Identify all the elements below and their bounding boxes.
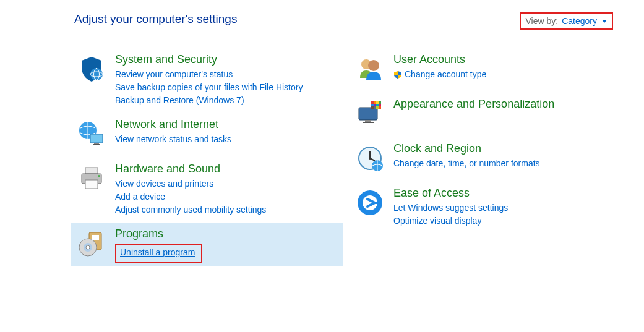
chevron-down-icon [602, 20, 607, 23]
monitor-colors-icon[interactable] [353, 96, 387, 131]
category-user-accounts: User Accounts Change account type [350, 48, 622, 90]
svg-rect-24 [371, 104, 374, 106]
category-network: Network and Internet View network status… [71, 113, 343, 155]
ease-of-access-icon[interactable] [353, 185, 387, 220]
printer-icon[interactable] [74, 161, 109, 196]
network-internet-title[interactable]: Network and Internet [115, 118, 231, 131]
svg-rect-4 [94, 143, 99, 144]
link-suggest-settings[interactable]: Let Windows suggest settings [393, 202, 508, 215]
shield-icon[interactable] [74, 52, 109, 87]
svg-rect-29 [374, 106, 376, 109]
link-mobility[interactable]: Adjust commonly used mobility settings [115, 203, 266, 216]
link-optimize-display[interactable]: Optimize visual display [393, 215, 508, 228]
category-ease-of-access: Ease of Access Let Windows suggest setti… [350, 182, 622, 231]
clock-region-title[interactable]: Clock and Region [393, 142, 540, 155]
category-programs: Programs Uninstall a program [71, 223, 343, 266]
svg-rect-8 [85, 180, 98, 189]
link-network-status[interactable]: View network status and tasks [115, 133, 231, 146]
link-review-status[interactable]: Review your computer's status [115, 68, 303, 81]
svg-point-0 [90, 68, 103, 80]
view-by-dropdown[interactable]: View by: Category [520, 12, 613, 30]
svg-rect-20 [371, 101, 374, 104]
svg-rect-28 [371, 106, 374, 109]
category-appearance: Appearance and Personalization [350, 93, 622, 135]
ease-of-access-title[interactable]: Ease of Access [393, 187, 508, 200]
link-change-account-type[interactable]: Change account type [405, 68, 486, 81]
svg-rect-23 [379, 101, 381, 104]
left-column: System and Security Review your computer… [71, 48, 343, 269]
svg-rect-18 [365, 120, 371, 122]
appearance-title[interactable]: Appearance and Personalization [393, 98, 554, 111]
right-column: User Accounts Change account type [350, 48, 622, 269]
svg-point-14 [86, 245, 90, 249]
view-by-value: Category [562, 16, 597, 26]
disc-box-icon[interactable] [74, 226, 109, 261]
svg-rect-6 [85, 168, 98, 174]
programs-title[interactable]: Programs [115, 228, 202, 240]
category-system-security: System and Security Review your computer… [71, 48, 343, 111]
category-clock-region: Clock and Region Change date, time, or n… [350, 137, 622, 179]
uninstall-highlight-box: Uninstall a program [115, 244, 202, 263]
svg-rect-30 [376, 106, 379, 109]
uac-shield-icon [393, 70, 402, 79]
svg-point-9 [98, 175, 100, 177]
svg-rect-21 [374, 101, 376, 104]
svg-rect-27 [379, 104, 381, 106]
svg-rect-5 [93, 144, 100, 145]
link-change-formats[interactable]: Change date, time, or number formats [393, 157, 540, 170]
page-title: Adjust your computer's settings [74, 12, 237, 26]
svg-rect-25 [374, 104, 376, 106]
link-backup-restore[interactable]: Backup and Restore (Windows 7) [115, 94, 303, 107]
svg-rect-31 [379, 106, 381, 109]
svg-rect-26 [376, 104, 379, 106]
link-add-device[interactable]: Add a device [115, 190, 266, 203]
hardware-sound-title[interactable]: Hardware and Sound [115, 163, 266, 176]
svg-rect-3 [90, 134, 103, 143]
svg-point-16 [368, 60, 379, 71]
svg-rect-19 [363, 122, 374, 123]
users-icon[interactable] [353, 52, 387, 87]
svg-rect-11 [92, 235, 99, 240]
link-devices-printers[interactable]: View devices and printers [115, 177, 266, 190]
link-file-history[interactable]: Save backup copies of your files with Fi… [115, 81, 303, 94]
user-accounts-title[interactable]: User Accounts [393, 53, 486, 66]
clock-globe-icon[interactable] [353, 141, 387, 176]
link-uninstall-program[interactable]: Uninstall a program [120, 246, 195, 259]
system-security-title[interactable]: System and Security [115, 53, 303, 66]
svg-rect-22 [376, 101, 379, 104]
view-by-label: View by: [526, 16, 559, 26]
svg-rect-17 [359, 108, 377, 120]
globe-monitor-icon[interactable] [74, 117, 109, 151]
category-hardware: Hardware and Sound View devices and prin… [71, 158, 343, 220]
